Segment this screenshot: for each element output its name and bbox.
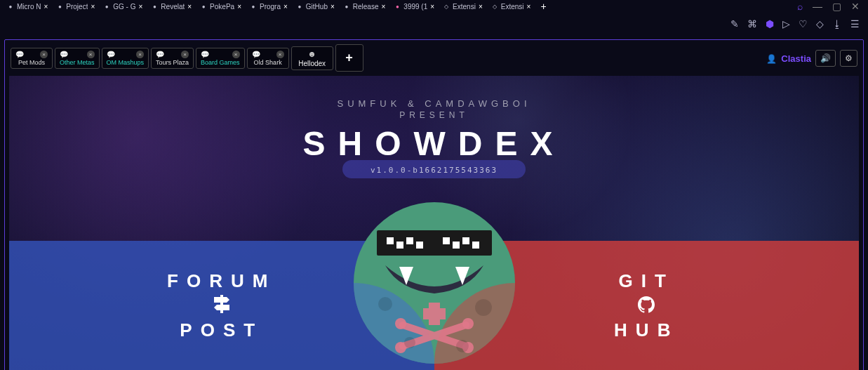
link-text-bottom: HUB [614,319,679,341]
browser-tab[interactable]: ● Progra × [246,1,292,12]
close-icon[interactable]: × [479,3,483,11]
tab-label: Other Metas [60,59,95,66]
new-tab-button[interactable]: + [535,1,552,12]
favicon-icon: ● [200,3,207,10]
browser-tabbar: ● Micro N × ● Project × ● GG - G × ● Rev… [0,0,868,13]
download-icon[interactable]: ⭳ [832,18,842,29]
browser-tab[interactable]: ● Micro N × [3,1,52,12]
add-tab-button[interactable]: + [335,44,363,72]
tab-title: 3999 (1 [403,3,427,11]
svg-point-23 [378,297,392,311]
close-icon[interactable]: × [527,3,531,11]
close-icon[interactable]: × [237,3,241,11]
mascot-icon [343,181,526,364]
browser-tab[interactable]: ● GitHub × [292,1,339,12]
user-icon: 👤 [766,54,777,64]
close-icon[interactable]: × [430,3,434,11]
link-text-top: FORUM [167,270,276,292]
chat-tab-ommashups[interactable]: 💬 × OM Mashups [102,48,149,69]
minimize-button[interactable]: — [813,1,822,12]
chat-tab-oldshark[interactable]: 💬 × Old Shark [247,48,289,69]
settings-button[interactable]: ⚙ [840,50,857,67]
close-icon[interactable]: × [330,3,335,11]
chat-tab-toursplaza[interactable]: 💬 × Tours Plaza [151,48,194,69]
tab-title: GG - G [113,3,135,11]
favicon-icon: ● [343,3,350,10]
close-icon[interactable]: × [382,3,386,11]
app-frame: 💬 × Pet Mods 💬 × Other Metas 💬 × OM Mash… [4,39,864,370]
close-icon[interactable]: × [44,3,48,11]
browser-tab[interactable]: ● Revelat × [147,1,196,12]
chat-icon: 💬 [15,51,24,58]
smiley-icon: ☻ [296,49,328,59]
svg-point-19 [395,318,406,329]
favicon-icon: ◇ [443,3,450,10]
tab-title: PokePa [210,3,234,11]
edit-icon[interactable]: ✎ [730,18,739,29]
close-icon[interactable]: × [139,3,143,11]
send-icon[interactable]: ▷ [782,18,790,29]
user-button[interactable]: 👤 Clastia [766,52,811,65]
close-icon[interactable]: × [87,51,95,58]
favicon-icon: ● [7,3,14,10]
window-close-button[interactable]: ✕ [851,1,860,12]
search-icon[interactable]: ⌕ [797,1,803,12]
maximize-button[interactable]: ▢ [832,1,841,12]
cube-icon[interactable]: ◇ [816,18,824,29]
svg-rect-11 [443,237,450,244]
authors-text: SUMFUK & CAMDAWGBOI [9,98,859,109]
camera-icon[interactable]: ⌘ [747,18,757,29]
app-title: SHOWDEX [9,124,859,163]
close-icon[interactable]: × [276,51,284,58]
svg-rect-10 [416,242,423,249]
chat-icon: 💬 [60,51,68,58]
present-text: PRESENT [9,110,859,120]
browser-tab[interactable]: ● PokePa × [196,1,246,12]
chat-tab-boardgames[interactable]: 💬 × Board Games [196,48,245,69]
svg-marker-2 [214,305,229,310]
close-icon[interactable]: × [91,3,95,11]
volume-button[interactable]: 🔊 [815,50,836,67]
chat-icon: 💬 [252,51,260,58]
shield-icon[interactable]: ⬢ [766,18,774,29]
user-controls: 👤 Clastia 🔊 ⚙ [766,50,857,67]
close-icon[interactable]: × [40,51,48,58]
svg-rect-7 [387,237,394,244]
tab-title: Revelat [161,3,185,11]
browser-tab[interactable]: ● 3999 (1 × [389,1,439,12]
tab-title: Progra [260,3,281,11]
chat-tab-othermetas[interactable]: 💬 × Other Metas [55,48,100,69]
favicon-icon: ◇ [491,3,498,10]
tab-title: Release [353,3,379,11]
tab-title: Extensi [501,3,524,11]
svg-point-25 [404,337,415,348]
tab-title: Extensi [453,3,476,11]
close-icon[interactable]: × [232,51,240,58]
heart-icon[interactable]: ♡ [799,18,808,29]
github-icon [636,295,657,317]
favicon-icon: ● [151,3,158,10]
app-tabbar: 💬 × Pet Mods 💬 × Other Metas 💬 × OM Mash… [5,40,863,76]
signpost-icon [211,295,232,317]
username: Clastia [781,53,811,64]
link-text-top: GIT [619,270,674,292]
close-icon[interactable]: × [181,51,189,58]
browser-tab[interactable]: ● Project × [52,1,99,12]
tab-label: Board Games [201,59,240,66]
browser-tab[interactable]: ◇ Extensi × [439,1,487,12]
favicon-icon: ● [250,3,257,10]
tab-title: Project [66,3,88,11]
tab-label: Pet Mods [18,59,45,66]
tab-label: OM Mashups [107,59,145,66]
close-icon[interactable]: × [136,51,144,58]
tab-label: Old Shark [254,59,282,66]
chat-tab-petmods[interactable]: 💬 × Pet Mods [11,48,53,69]
browser-tab[interactable]: ● GG - G × [99,1,147,12]
showdex-header: SUMFUK & CAMDAWGBOI PRESENT SHOWDEX v1.0… [9,76,859,178]
close-icon[interactable]: × [187,3,192,11]
close-icon[interactable]: × [283,3,288,11]
menu-icon[interactable]: ☰ [850,18,860,29]
browser-tab[interactable]: ● Release × [339,1,390,12]
hellodex-tab[interactable]: ☻ Hellodex [291,46,333,70]
browser-tab[interactable]: ◇ Extensi × [487,1,535,12]
